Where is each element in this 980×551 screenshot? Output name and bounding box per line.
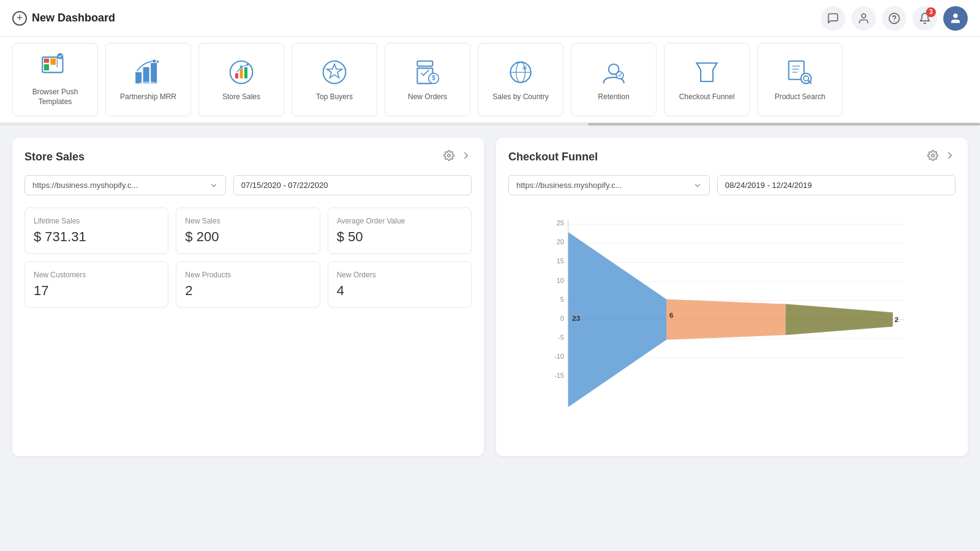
svg-point-3 xyxy=(954,13,958,18)
store-sales-controls: https://business.myshopify.c... 07/15/20… xyxy=(24,175,472,195)
chevron-down-icon xyxy=(693,181,702,190)
stat-new-sales-label: New Sales xyxy=(185,217,311,225)
checkout-funnel-chart: 25 20 15 10 5 0 -5 -10 -15 xyxy=(508,208,956,428)
store-sales-title: Store Sales xyxy=(24,151,85,163)
chevron-right-icon xyxy=(461,150,472,161)
browser-push-icon xyxy=(40,52,70,83)
svg-rect-10 xyxy=(135,72,141,83)
checkout-funnel-store-url: https://business.myshopify.c... xyxy=(516,181,622,190)
stat-new-customers-label: New Customers xyxy=(34,271,159,279)
header: + New Dashboard 3 xyxy=(0,0,980,37)
svg-text:0: 0 xyxy=(560,315,564,322)
svg-rect-17 xyxy=(235,73,238,78)
svg-point-13 xyxy=(153,59,156,62)
widget-new-orders-label: New Orders xyxy=(408,92,447,102)
user-button[interactable] xyxy=(851,6,876,31)
funnel-chart-svg: 25 20 15 10 5 0 -5 -10 -15 xyxy=(508,208,956,428)
partnership-mrr-icon xyxy=(133,57,164,88)
store-sales-header: Store Sales xyxy=(24,150,472,164)
product-search-icon xyxy=(785,57,815,88)
store-sales-settings-button[interactable] xyxy=(443,150,454,164)
checkout-funnel-controls: https://business.myshopify.c... 08/24/20… xyxy=(508,175,956,195)
svg-text:25: 25 xyxy=(557,219,564,227)
svg-rect-18 xyxy=(240,70,243,78)
checkout-funnel-settings-button[interactable] xyxy=(927,150,938,164)
widget-top-buyers[interactable]: Top Buyers xyxy=(292,43,377,116)
widget-checkout-funnel[interactable]: Checkout Funnel xyxy=(664,43,750,116)
chevron-right-icon xyxy=(944,150,956,161)
svg-rect-5 xyxy=(44,59,49,63)
new-orders-icon: $ xyxy=(412,57,443,88)
store-sales-header-right xyxy=(443,150,472,164)
top-buyers-icon xyxy=(319,57,350,88)
checkout-funnel-store-select[interactable]: https://business.myshopify.c... xyxy=(508,175,710,195)
svg-marker-66 xyxy=(786,304,893,335)
widget-retention[interactable]: Retention xyxy=(571,43,657,116)
chat-button[interactable] xyxy=(821,6,845,31)
stat-lifetime-sales: Lifetime Sales $ 731.31 xyxy=(24,208,168,254)
svg-text:20: 20 xyxy=(557,238,564,246)
header-right: 3 xyxy=(821,6,968,31)
svg-text:-5: -5 xyxy=(558,334,564,341)
svg-point-44 xyxy=(932,154,935,157)
user-icon xyxy=(858,12,870,24)
stat-avg-order-value: $ 50 xyxy=(337,229,462,245)
widget-store-sales-label: Store Sales xyxy=(222,92,260,102)
store-sales-panel: Store Sales https://business.myshopify.c… xyxy=(12,138,484,456)
chat-icon xyxy=(827,12,839,24)
store-sales-stats: Lifetime Sales $ 731.31 New Sales $ 200 … xyxy=(24,208,472,308)
widget-product-search[interactable]: Product Search xyxy=(757,43,843,116)
widget-retention-label: Retention xyxy=(598,92,629,102)
stat-new-products-label: New Products xyxy=(185,271,311,279)
svg-point-0 xyxy=(862,13,866,18)
widget-browser-push[interactable]: Browser Push Templates xyxy=(12,43,98,116)
widget-new-orders[interactable]: $ New Orders xyxy=(385,43,470,116)
stat-new-customers: New Customers 17 xyxy=(24,261,168,308)
svg-rect-12 xyxy=(151,63,157,83)
checkout-funnel-icon xyxy=(692,57,722,88)
notification-badge: 3 xyxy=(926,7,936,17)
checkout-funnel-date-range[interactable]: 08/24/2019 - 12/24/2019 xyxy=(717,175,956,195)
svg-text:6: 6 xyxy=(669,311,674,319)
header-left: + New Dashboard xyxy=(12,11,821,26)
checkout-funnel-panel: Checkout Funnel https://business.myshopi… xyxy=(496,138,968,456)
help-button[interactable] xyxy=(882,6,907,31)
store-sales-expand-button[interactable] xyxy=(461,150,472,164)
notifications-button[interactable]: 3 xyxy=(913,6,937,31)
store-sales-date-range[interactable]: 07/15/2020 - 07/22/2020 xyxy=(233,175,472,195)
widget-store-sales[interactable]: $ Store Sales xyxy=(198,43,284,116)
gear-icon xyxy=(927,150,938,161)
sales-by-country-icon xyxy=(505,57,536,88)
help-icon xyxy=(888,12,900,24)
svg-text:23: 23 xyxy=(572,314,580,322)
widget-top-buyers-label: Top Buyers xyxy=(316,92,353,102)
svg-rect-23 xyxy=(417,61,432,66)
svg-rect-8 xyxy=(44,64,49,70)
widget-product-search-label: Product Search xyxy=(775,92,826,102)
widget-partnership-mrr-label: Partnership MRR xyxy=(120,92,176,102)
stat-new-products: New Products 2 xyxy=(176,261,320,308)
checkout-funnel-header: Checkout Funnel xyxy=(508,150,956,164)
store-sales-store-select[interactable]: https://business.myshopify.c... xyxy=(24,175,226,195)
svg-point-20 xyxy=(246,64,248,66)
stat-new-sales: New Sales $ 200 xyxy=(176,208,320,254)
stat-avg-order-value: Average Order Value $ 50 xyxy=(328,208,472,254)
chevron-down-icon xyxy=(209,181,218,190)
avatar-icon xyxy=(949,12,962,24)
avatar-button[interactable] xyxy=(943,6,968,31)
stat-new-products-value: 2 xyxy=(185,283,311,299)
widget-sales-by-country-label: Sales by Country xyxy=(492,92,548,102)
widget-partnership-mrr[interactable]: Partnership MRR xyxy=(105,43,191,116)
store-sales-icon: $ xyxy=(226,57,257,88)
retention-icon xyxy=(598,57,629,88)
svg-rect-11 xyxy=(143,67,149,84)
svg-marker-64 xyxy=(666,299,786,340)
checkout-funnel-expand-button[interactable] xyxy=(944,150,956,164)
stat-new-customers-value: 17 xyxy=(34,283,159,299)
main-content: Store Sales https://business.myshopify.c… xyxy=(0,126,980,468)
widget-checkout-funnel-label: Checkout Funnel xyxy=(679,92,735,102)
widget-bar-inner: Browser Push Templates Partnership MRR $ xyxy=(12,43,968,122)
widget-sales-by-country[interactable]: Sales by Country xyxy=(478,43,564,116)
add-dashboard-button[interactable]: + xyxy=(12,11,27,26)
stat-new-orders-label: New Orders xyxy=(337,271,462,279)
